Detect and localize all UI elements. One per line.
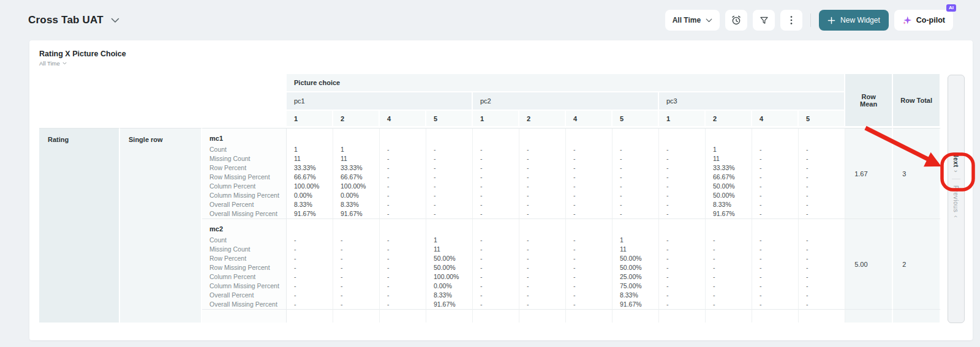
crosstab-table: Picture choiceRow MeanRow Totalpc1pc2pc3… <box>39 74 941 323</box>
crosstab-value: 25.00% <box>620 272 651 282</box>
crosstab-value: - <box>527 263 558 272</box>
crosstab-value: - <box>527 272 558 282</box>
column-dimension-header: Picture choice <box>287 74 845 92</box>
crosstab-value: - <box>666 191 698 200</box>
crosstab-value: - <box>527 245 558 254</box>
crosstab-value: - <box>387 173 418 182</box>
metric-name: Overall Percent <box>209 200 279 209</box>
crosstab-value: - <box>434 163 465 173</box>
crosstab-value-cell: -------- <box>287 219 333 310</box>
metric-name: Column Missing Percent <box>209 191 279 200</box>
crosstab-value: - <box>294 291 325 300</box>
title-chevron-down-icon[interactable] <box>111 18 119 23</box>
crosstab-value: - <box>806 173 837 182</box>
crosstab-value-cell: -------- <box>380 128 426 219</box>
metric-name: Count <box>209 145 279 154</box>
crosstab-value: 0.00% <box>294 191 325 200</box>
crosstab-value: - <box>573 200 605 209</box>
new-widget-label: New Widget <box>840 16 880 24</box>
crosstab-value: - <box>760 300 791 309</box>
crosstab-value: - <box>666 291 698 300</box>
crosstab-value: - <box>666 236 698 245</box>
crosstab-value-cell <box>380 310 426 323</box>
crosstab-value: - <box>480 173 511 182</box>
ai-badge: AI <box>946 4 956 12</box>
crosstab-value: - <box>527 300 558 309</box>
crosstab-value: - <box>434 191 465 200</box>
crosstab-value: - <box>806 254 837 263</box>
crosstab-value-cell: -------- <box>426 128 473 219</box>
crosstab-value: - <box>713 263 744 272</box>
chevron-down-icon <box>706 18 712 23</box>
copilot-button[interactable]: Co-pilot <box>894 10 953 31</box>
crosstab-value: - <box>666 173 698 182</box>
metric-name: Column Percent <box>209 182 279 191</box>
crosstab-value-cell: -------- <box>519 219 566 310</box>
crosstab-value: 91.67% <box>341 209 372 218</box>
crosstab-value: - <box>341 282 372 291</box>
crosstab-value: - <box>666 154 698 163</box>
crosstab-value: - <box>620 191 651 200</box>
crosstab-value: - <box>527 191 558 200</box>
filter-button[interactable] <box>753 10 775 31</box>
crosstab-value: - <box>387 145 418 154</box>
row-total-cell: 3 <box>893 128 941 219</box>
crosstab-table-container: Picture choiceRow MeanRow Totalpc1pc2pc3… <box>39 74 941 323</box>
crosstab-value: - <box>806 300 837 309</box>
crosstab-value: - <box>341 263 372 272</box>
new-widget-button[interactable]: New Widget <box>819 10 889 31</box>
crosstab-value-cell: 11133.33%66.67%100.00%0.00%8.33%91.67% <box>333 128 380 219</box>
metric-name: Row Missing Percent <box>209 263 279 272</box>
crosstab-value: 0.00% <box>341 191 372 200</box>
next-button[interactable]: Next › <box>952 152 960 173</box>
widget-time-filter-label: All Time <box>39 60 60 67</box>
crosstab-value-cell: -------- <box>566 219 612 310</box>
metric-name: Overall Percent <box>209 291 279 300</box>
crosstab-value: - <box>806 263 837 272</box>
crosstab-value: - <box>573 282 605 291</box>
column-header: 4 <box>752 111 799 128</box>
crosstab-value: 100.00% <box>341 182 372 191</box>
metric-name: Overall Missing Percent <box>209 209 279 218</box>
chevron-down-icon <box>62 62 67 65</box>
crosstab-value: - <box>573 191 605 200</box>
crosstab-value: 66.67% <box>713 173 744 182</box>
crosstab-value: 8.33% <box>620 291 651 300</box>
crosstab-value: 91.67% <box>620 300 651 309</box>
crosstab-value: - <box>620 209 651 218</box>
pager-divider <box>952 179 960 179</box>
column-header: 5 <box>612 111 659 128</box>
time-filter-dropdown[interactable]: All Time <box>665 10 720 31</box>
crosstab-value: 1 <box>434 236 465 245</box>
metric-label-cell: mc1CountMissing CountRow PercentRow Miss… <box>202 128 287 219</box>
previous-label: Previous <box>952 185 960 212</box>
schedule-button[interactable] <box>725 10 747 31</box>
crosstab-value: - <box>434 209 465 218</box>
metric-name: Overall Missing Percent <box>209 300 279 309</box>
crosstab-value: - <box>341 291 372 300</box>
crosstab-value: - <box>760 282 791 291</box>
crosstab-value: - <box>480 263 511 272</box>
crosstab-value: - <box>341 245 372 254</box>
previous-chevron-icon: ‹ <box>952 215 960 218</box>
row-total-cell <box>893 310 941 323</box>
crosstab-value: 50.00% <box>620 263 651 272</box>
crosstab-value: - <box>387 272 418 282</box>
crosstab-value: - <box>713 282 744 291</box>
crosstab-value: - <box>573 145 605 154</box>
crosstab-value: - <box>620 145 651 154</box>
plus-icon <box>827 17 835 24</box>
crosstab-value-cell: 11133.33%66.67%50.00%50.00%8.33%91.67% <box>706 128 752 219</box>
previous-button[interactable]: Previous ‹ <box>952 185 960 218</box>
widget-header: Rating X Picture Choice All Time <box>29 40 973 67</box>
widget-time-filter[interactable]: All Time <box>39 60 67 67</box>
crosstab-value: 33.33% <box>341 163 372 173</box>
crosstab-value: - <box>806 291 837 300</box>
crosstab-value: - <box>294 254 325 263</box>
crosstab-value: - <box>666 254 698 263</box>
crosstab-value: 11 <box>620 245 651 254</box>
widget-card: Rating X Picture Choice All Time Picture… <box>29 40 973 340</box>
more-options-button[interactable] <box>780 10 802 31</box>
crosstab-value: 8.33% <box>434 291 465 300</box>
row-mean-cell <box>845 310 893 323</box>
